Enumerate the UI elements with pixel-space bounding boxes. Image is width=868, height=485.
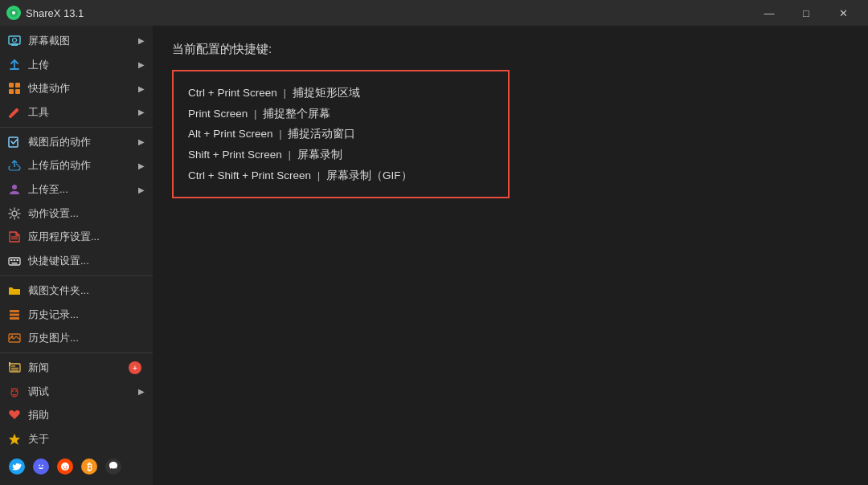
history-icon [6, 307, 23, 323]
hotkeys-box: Ctrl + Print Screen | 捕捉矩形区域Print Screen… [172, 70, 510, 198]
hotkey-row: Ctrl + Print Screen | 捕捉矩形区域 [188, 83, 493, 104]
sidebar-label-tools: 工具 [28, 105, 138, 120]
hotkey-description: 捕捉活动窗口 [288, 128, 355, 140]
screenshot-icon [6, 33, 23, 49]
imagehistory-icon [6, 330, 23, 346]
social-github-icon[interactable] [104, 458, 122, 475]
sidebar-label-donate: 捐助 [28, 408, 145, 422]
sidebar-arrow-upload: ▶ [138, 60, 145, 69]
hotkey-row: Print Screen | 捕捉整个屏幕 [188, 104, 493, 124]
social-discord-icon[interactable] [32, 458, 50, 475]
svg-point-40 [33, 459, 49, 475]
screenshotfolder-icon [6, 283, 23, 299]
sidebar-item-donate[interactable]: 捐助 [0, 404, 153, 428]
svg-rect-19 [10, 259, 13, 261]
hotkey-keys: Alt + Print Screen [188, 128, 272, 140]
svg-rect-23 [10, 310, 19, 312]
svg-rect-4 [11, 43, 18, 46]
sidebar-label-history: 历史记录... [28, 308, 145, 322]
sidebar-label-screenshotfolder: 截图文件夹... [28, 283, 145, 298]
main-container: 屏幕截图▶上传▶快捷动作▶工具▶截图后的动作▶上传后的动作▶上传至...▶动作设… [0, 26, 868, 485]
sidebar-item-imagehistory[interactable]: 历史图片... [0, 326, 153, 350]
sidebar-arrow-screenshot: ▶ [138, 36, 145, 45]
svg-rect-21 [17, 259, 19, 261]
maximize-button[interactable]: □ [788, 0, 825, 26]
svg-rect-13 [9, 137, 18, 147]
hotkey-keys: Shift + Print Screen [188, 149, 282, 161]
hotkeysettings-icon [6, 253, 23, 269]
sidebar-item-afterupload[interactable]: 上传后的动作▶ [0, 154, 153, 178]
about-icon [6, 431, 23, 447]
window-controls: — □ ✕ [751, 0, 862, 26]
svg-rect-20 [14, 259, 16, 261]
minimize-button[interactable]: — [751, 0, 788, 26]
aftercapture-icon [6, 134, 23, 150]
sidebar-item-history[interactable]: 历史记录... [0, 303, 153, 327]
hotkey-separator: | [276, 128, 285, 140]
content-title: 当前配置的快捷键: [172, 42, 849, 57]
hotkey-description: 捕捉整个屏幕 [263, 108, 330, 120]
svg-rect-22 [12, 263, 18, 264]
svg-marker-38 [9, 434, 20, 445]
sidebar-arrow-afterupload: ▶ [138, 161, 145, 170]
svg-point-27 [11, 336, 14, 338]
sidebar-label-afterupload: 上传后的动作 [28, 158, 138, 173]
social-reddit-icon[interactable] [56, 458, 74, 475]
actionsettings-icon [6, 206, 23, 222]
hotkey-keys: Ctrl + Shift + Print Screen [188, 169, 311, 181]
sidebar-item-screenshot[interactable]: 屏幕截图▶ [0, 29, 153, 53]
social-bitcoin-icon[interactable]: ₿ [80, 458, 98, 475]
uploadto-icon [6, 181, 23, 198]
sidebar-item-debug[interactable]: 调试▶ [0, 380, 153, 404]
sidebar-item-appsettings[interactable]: 应用程序设置... [0, 226, 153, 250]
sidebar-divider [0, 127, 153, 128]
sidebar-arrow-uploadto: ▶ [138, 185, 145, 194]
svg-line-37 [17, 388, 18, 389]
svg-point-34 [15, 390, 17, 392]
debug-icon [6, 384, 23, 400]
sidebar-label-debug: 调试 [28, 385, 138, 399]
sidebar-item-about[interactable]: 关于 [0, 427, 153, 451]
svg-point-44 [66, 467, 68, 468]
sidebar-arrow-quickactions: ▶ [138, 84, 145, 93]
svg-rect-24 [10, 313, 19, 316]
svg-point-12 [9, 115, 12, 118]
sidebar-label-upload: 上传 [28, 58, 138, 72]
tools-icon [6, 104, 23, 120]
hotkey-description: 屏幕录制 [297, 149, 342, 161]
quickactions-icon [6, 80, 23, 96]
svg-rect-10 [15, 89, 20, 94]
sidebar-arrow-debug: ▶ [138, 387, 145, 396]
sidebar-divider [0, 353, 153, 353]
sidebar-social-bar: ₿ [0, 451, 153, 482]
sidebar-item-actionsettings[interactable]: 动作设置... [0, 202, 153, 226]
sidebar-item-aftercapture[interactable]: 截图后的动作▶ [0, 130, 153, 154]
svg-point-15 [12, 211, 17, 216]
svg-point-14 [12, 185, 17, 190]
sidebar-item-upload[interactable]: 上传▶ [0, 53, 153, 77]
svg-point-33 [12, 390, 14, 392]
sidebar-arrow-aftercapture: ▶ [138, 137, 145, 146]
hotkey-description: 屏幕录制（GIF） [326, 169, 412, 181]
upload-icon [6, 57, 23, 73]
sidebar-label-aftercapture: 截图后的动作 [28, 135, 138, 149]
svg-marker-31 [9, 362, 10, 366]
donate-icon [6, 407, 23, 423]
svg-point-2 [12, 11, 15, 14]
hotkey-row: Alt + Print Screen | 捕捉活动窗口 [188, 124, 493, 145]
sidebar-item-uploadto[interactable]: 上传至...▶ [0, 177, 153, 202]
sidebar-item-news[interactable]: 新闻+ [0, 356, 153, 380]
sidebar-item-screenshotfolder[interactable]: 截图文件夹... [0, 279, 153, 303]
close-button[interactable]: ✕ [825, 0, 862, 26]
svg-point-5 [13, 38, 17, 42]
svg-rect-25 [10, 317, 19, 320]
social-twitter-icon[interactable] [8, 458, 26, 475]
sidebar-item-hotkeysettings[interactable]: 快捷键设置... [0, 249, 153, 273]
hotkey-row: Ctrl + Shift + Print Screen | 屏幕录制（GIF） [188, 165, 493, 186]
svg-rect-7 [9, 83, 14, 88]
svg-rect-8 [15, 83, 20, 88]
sidebar-item-quickactions[interactable]: 快捷动作▶ [0, 76, 153, 100]
sidebar-item-tools[interactable]: 工具▶ [0, 100, 153, 124]
svg-rect-18 [9, 258, 20, 265]
sidebar-label-appsettings: 应用程序设置... [28, 230, 145, 244]
